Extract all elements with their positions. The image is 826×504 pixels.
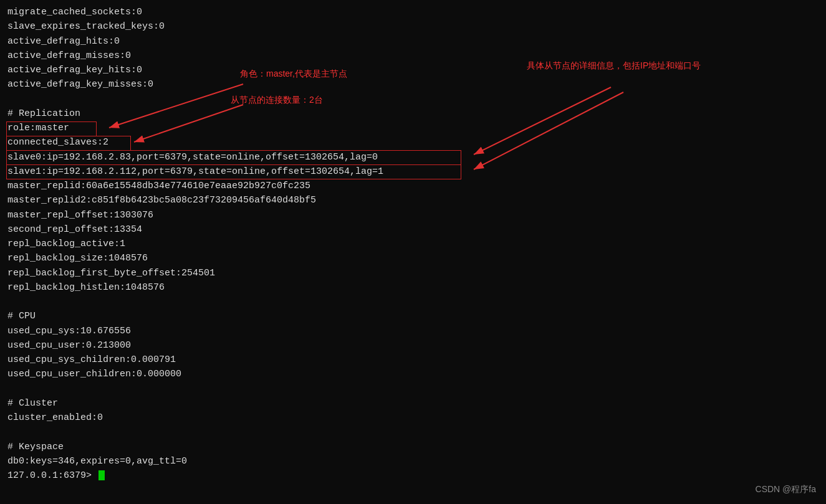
- line-defrag-key-hits: active_defrag_key_hits:0: [7, 63, 819, 77]
- line-repl-backlog-histlen: repl_backlog_histlen:1048576: [7, 280, 819, 295]
- line-replication-header: # Replication: [7, 107, 819, 121]
- line-defrag-hits: active_defrag_hits:0: [7, 34, 819, 49]
- line-defrag-key-misses: active_defrag_key_misses:0: [7, 77, 819, 92]
- empty-line-3: [7, 382, 819, 396]
- terminal-content: migrate_cached_sockets:0 slave_expires_t…: [7, 5, 819, 483]
- line-slave-expires: slave_expires_tracked_keys:0: [7, 19, 819, 34]
- line-cluster-header: # Cluster: [7, 396, 819, 411]
- line-migrate: migrate_cached_sockets:0: [7, 5, 819, 19]
- cursor-block: [98, 470, 105, 480]
- line-repl-backlog-active: repl_backlog_active:1: [7, 237, 819, 251]
- line-prompt: 127.0.0.1:6379>: [7, 468, 819, 483]
- line-repl-backlog-first: repl_backlog_first_byte_offset:254501: [7, 266, 819, 280]
- line-master-replid2: master_replid2:c851f8b6423bc5a08c23f7320…: [7, 193, 819, 207]
- empty-line-1: [7, 92, 819, 107]
- line-slave0: slave0:ip=192.168.2.83,port=6379,state=o…: [7, 150, 819, 164]
- line-role: role:master: [7, 121, 819, 135]
- watermark: CSDN @程序fa: [756, 483, 816, 497]
- line-cluster-enabled: cluster_enabled:0: [7, 411, 819, 425]
- line-slave1: slave1:ip=192.168.2.112,port=6379,state=…: [7, 164, 819, 179]
- line-cpu-header: # CPU: [7, 309, 819, 323]
- empty-line-4: [7, 425, 819, 439]
- line-used-cpu-sys-children: used_cpu_sys_children:0.000791: [7, 353, 819, 367]
- empty-line-2: [7, 295, 819, 309]
- line-used-cpu-user-children: used_cpu_user_children:0.000000: [7, 367, 819, 381]
- line-master-replid: master_replid:60a6e15548db34e774610e7eaa…: [7, 179, 819, 193]
- line-keyspace-header: # Keyspace: [7, 440, 819, 454]
- line-second-repl-offset: second_repl_offset:13354: [7, 222, 819, 237]
- line-defrag-misses: active_defrag_misses:0: [7, 49, 819, 63]
- line-repl-backlog-size: repl_backlog_size:1048576: [7, 251, 819, 265]
- line-used-cpu-user: used_cpu_user:0.213000: [7, 338, 819, 353]
- line-used-cpu-sys: used_cpu_sys:10.676556: [7, 324, 819, 338]
- line-connected-slaves: connected_slaves:2: [7, 135, 819, 150]
- terminal: migrate_cached_sockets:0 slave_expires_t…: [0, 0, 826, 504]
- line-master-repl-offset: master_repl_offset:1303076: [7, 208, 819, 222]
- line-db0: db0:keys=346,expires=0,avg_ttl=0: [7, 454, 819, 468]
